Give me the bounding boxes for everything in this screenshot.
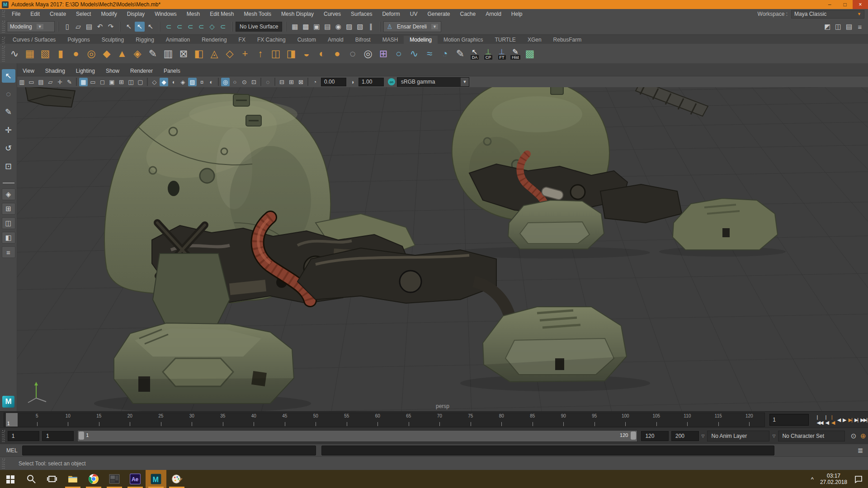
user-selector[interactable]: ♙Ensar Dereli▼ bbox=[383, 21, 441, 32]
start-button[interactable] bbox=[0, 470, 21, 488]
launch-sequence-render-icon[interactable]: ▧ bbox=[355, 22, 365, 32]
menu-mesh[interactable]: Mesh bbox=[182, 11, 205, 17]
motion-blur-toggle-icon[interactable]: ○ bbox=[231, 78, 239, 86]
panel-menu-shading[interactable]: Shading bbox=[40, 68, 71, 74]
poly-pipe-icon[interactable]: ◈ bbox=[130, 46, 145, 61]
screen-space-ao-icon[interactable]: ◎ bbox=[221, 78, 230, 86]
taskbar-clock[interactable]: 03:17 27.02.2018 bbox=[820, 473, 847, 485]
textured-display-icon[interactable]: ▨ bbox=[188, 78, 197, 86]
command-language-toggle[interactable]: MEL bbox=[6, 447, 18, 454]
menu-set-selector[interactable]: Modeling▼ bbox=[7, 21, 55, 32]
menu-edit-mesh[interactable]: Edit Mesh bbox=[205, 11, 239, 17]
animation-end-field[interactable]: 200 bbox=[671, 431, 699, 441]
exposure-field[interactable]: 0.00 bbox=[321, 78, 346, 86]
single-pane-layout[interactable]: ◈ bbox=[2, 188, 15, 200]
auto-keyframe-icon[interactable]: ⊙ bbox=[849, 431, 858, 441]
pause-viewport-update-icon[interactable]: ∥ bbox=[366, 22, 376, 32]
shelf-tab-sculpting[interactable]: Sculpting bbox=[96, 36, 130, 44]
duplicate-pane-icon[interactable]: ⊞ bbox=[287, 78, 296, 86]
resolution-gate-icon[interactable]: ◻ bbox=[98, 78, 107, 86]
bevel-icon[interactable]: ◨ bbox=[283, 46, 299, 61]
bounding-box-display-icon[interactable]: ◈ bbox=[179, 78, 187, 86]
menu-arnold[interactable]: Arnold bbox=[481, 11, 506, 17]
shelf-tab-xgen[interactable]: XGen bbox=[522, 36, 547, 44]
boolean-difference-icon[interactable]: ◬ bbox=[207, 46, 222, 61]
play-forwards-button[interactable]: ▶ bbox=[841, 414, 847, 425]
menu-display[interactable]: Display bbox=[122, 11, 150, 17]
freeze-transformations-icon[interactable]: ⊥FT bbox=[495, 46, 509, 61]
exposure-toggle-icon[interactable]: ◔ bbox=[311, 78, 319, 86]
two-pane-side-layout[interactable]: ◫ bbox=[2, 217, 15, 229]
scale-tool[interactable]: ⊡ bbox=[2, 160, 15, 173]
safe-action-icon[interactable]: ◫ bbox=[127, 78, 135, 86]
hypershade-icon[interactable]: ◉ bbox=[333, 22, 343, 32]
poly-torus-icon[interactable]: ◎ bbox=[84, 46, 99, 61]
menu-create[interactable]: Create bbox=[45, 11, 71, 17]
smooth-shade-display-icon[interactable]: ◆ bbox=[160, 78, 168, 86]
photos-taskbar-button[interactable] bbox=[104, 470, 125, 488]
select-tool[interactable]: ↖ bbox=[2, 69, 15, 83]
menu-surfaces[interactable]: Surfaces bbox=[346, 11, 377, 17]
2d-pan-zoom-icon[interactable]: ✛ bbox=[56, 78, 64, 86]
shelf-tab-mash[interactable]: MASH bbox=[377, 36, 404, 44]
panel-menu-renderer[interactable]: Renderer bbox=[125, 68, 158, 74]
task-view-button[interactable] bbox=[42, 470, 62, 488]
select-camera-icon[interactable]: ▥ bbox=[18, 78, 26, 86]
menu-select[interactable]: Select bbox=[71, 11, 96, 17]
channel-box-toggle-icon[interactable]: ≡ bbox=[855, 22, 865, 32]
move-tool[interactable]: ✛ bbox=[2, 123, 15, 137]
shadows-toggle-icon[interactable]: ◐ bbox=[207, 78, 216, 86]
gate-mask-icon[interactable]: ▣ bbox=[108, 78, 116, 86]
safe-title-icon[interactable]: ▢ bbox=[136, 78, 145, 86]
go-to-start-button[interactable]: |◀◀ bbox=[815, 414, 824, 425]
camera-bookmarks-icon[interactable]: ▤ bbox=[37, 78, 45, 86]
new-scene-icon[interactable]: ▯ bbox=[62, 22, 72, 32]
smooth-mesh-preview-icon[interactable]: ◌ bbox=[345, 46, 360, 61]
step-forward-frame-button[interactable]: ▶| bbox=[853, 414, 859, 425]
menu-mesh-display[interactable]: Mesh Display bbox=[276, 11, 319, 17]
relax-vertices-icon[interactable]: + bbox=[237, 46, 253, 61]
mirror-icon[interactable]: ◐ bbox=[314, 46, 330, 61]
anim-layer-selector[interactable]: No Anim Layer bbox=[707, 431, 769, 441]
revolve-icon[interactable]: ◔ bbox=[437, 46, 453, 61]
search-button[interactable] bbox=[21, 470, 42, 488]
go-to-end-button[interactable]: ▶▶| bbox=[859, 414, 868, 425]
shelf-tab-fx-caching[interactable]: FX Caching bbox=[251, 36, 292, 44]
tool-settings-toggle-icon[interactable]: ▤ bbox=[844, 22, 854, 32]
timeline-track[interactable]: 1 51015202530354045505560657075808590951… bbox=[4, 413, 765, 427]
poly-cylinder-icon[interactable]: ▮ bbox=[53, 46, 68, 61]
pane-settings-icon[interactable]: ⊠ bbox=[297, 78, 305, 86]
menu-edit[interactable]: Edit bbox=[25, 11, 45, 17]
shelf-tab-rebusfarm[interactable]: RebusFarm bbox=[547, 36, 588, 44]
camera-attributes-icon[interactable]: ▭ bbox=[27, 78, 36, 86]
poly-sphere-icon[interactable]: ● bbox=[68, 46, 84, 61]
workspace-selector[interactable]: Maya Classic▼ bbox=[791, 10, 864, 19]
tear-off-copy-icon[interactable]: ⊟ bbox=[278, 78, 286, 86]
poly-super-shape-icon[interactable]: ▦ bbox=[22, 46, 38, 61]
checker-texture-icon[interactable]: ▩ bbox=[522, 46, 538, 61]
play-backwards-button[interactable]: ◀ bbox=[836, 414, 841, 425]
snap-to-projected-center-icon[interactable]: ⊂ bbox=[196, 22, 206, 32]
rotate-tool[interactable]: ↺ bbox=[2, 141, 15, 155]
chevron-down-icon[interactable]: ▽ bbox=[702, 434, 705, 438]
poly-plane-icon[interactable]: ◆ bbox=[99, 46, 114, 61]
shelf-tab-bifrost[interactable]: Bifrost bbox=[349, 36, 377, 44]
use-all-lights-icon[interactable]: ¤ bbox=[198, 78, 206, 86]
playback-start-field[interactable]: 1 bbox=[42, 431, 74, 441]
shelf-tab-rigging[interactable]: Rigging bbox=[130, 36, 160, 44]
character-set-selector[interactable]: No Character Set bbox=[778, 431, 845, 441]
four-pane-layout[interactable]: ⊞ bbox=[2, 203, 15, 215]
select-by-hierarchy-icon[interactable]: ↖ bbox=[124, 22, 134, 32]
script-editor-icon[interactable]: ≣ bbox=[855, 446, 865, 455]
animation-preferences-icon[interactable]: ⊕ bbox=[859, 431, 868, 441]
extrude-icon[interactable]: ↑ bbox=[253, 46, 268, 61]
maya-taskbar-button[interactable]: M bbox=[146, 470, 166, 488]
menu-cache[interactable]: Cache bbox=[455, 11, 481, 17]
center-pivot-icon[interactable]: ⊥CP bbox=[481, 46, 495, 61]
chrome-taskbar-button[interactable] bbox=[83, 470, 104, 488]
shelf-tab-curves-surfaces[interactable]: Curves / Surfaces bbox=[7, 36, 61, 44]
redo-icon[interactable]: ↷ bbox=[106, 22, 116, 32]
poly-cube-icon[interactable]: ▧ bbox=[38, 46, 53, 61]
bridge-icon[interactable]: ◫ bbox=[268, 46, 283, 61]
shelf-tab-animation[interactable]: Animation bbox=[160, 36, 196, 44]
